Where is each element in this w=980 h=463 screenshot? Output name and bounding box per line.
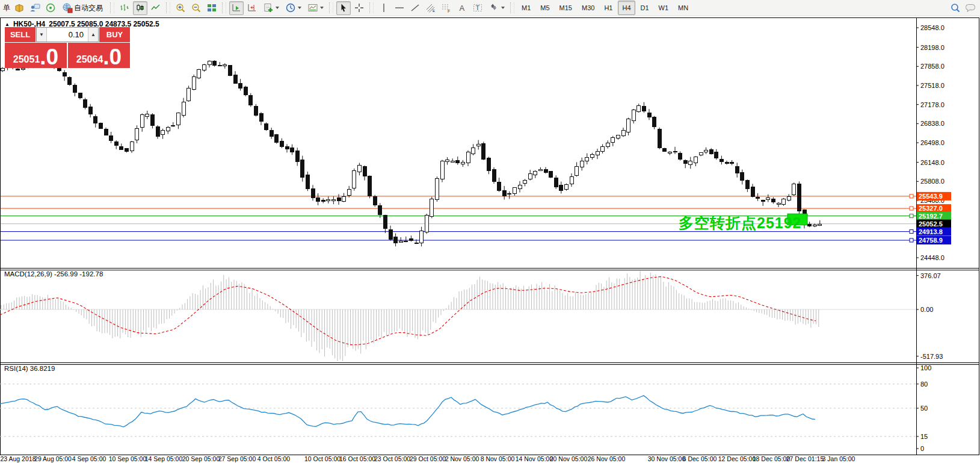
chevron-down-icon[interactable] bbox=[320, 7, 324, 9]
time-axis-label: 4 Oct 05:00 bbox=[257, 455, 290, 462]
candlestick bbox=[1, 69, 4, 70]
price-level-label: 25052.5 bbox=[919, 220, 943, 228]
chat-button[interactable] bbox=[964, 1, 978, 15]
candlestick bbox=[616, 135, 620, 138]
search-button[interactable] bbox=[948, 1, 963, 15]
candlestick bbox=[120, 147, 123, 149]
text-button[interactable]: A bbox=[455, 1, 469, 15]
timeframe-w1[interactable]: W1 bbox=[655, 1, 673, 15]
candlestick bbox=[353, 170, 356, 188]
candlestick bbox=[590, 155, 594, 158]
timeframe-m5[interactable]: M5 bbox=[536, 1, 553, 15]
timeframe-d1[interactable]: D1 bbox=[636, 1, 653, 15]
candlestick bbox=[78, 93, 82, 98]
candlestick bbox=[156, 127, 159, 136]
autotrading-button[interactable]: 自动交易 bbox=[59, 1, 107, 15]
horizontal-line-button[interactable] bbox=[392, 1, 407, 15]
channel-button[interactable]: E bbox=[424, 1, 438, 15]
line-chart-button[interactable] bbox=[149, 1, 163, 15]
chart-shift-button[interactable] bbox=[245, 1, 259, 15]
timeframe-h1[interactable]: H1 bbox=[600, 1, 617, 15]
toolbar-grip bbox=[222, 2, 226, 13]
candlestick bbox=[104, 129, 108, 135]
arrows-button[interactable] bbox=[486, 1, 507, 15]
trendline-button[interactable] bbox=[408, 1, 422, 15]
book-button[interactable] bbox=[12, 1, 26, 15]
candlestick bbox=[792, 184, 796, 194]
new-order-label[interactable]: 单 bbox=[2, 3, 11, 13]
vertical-line-button[interactable] bbox=[377, 1, 391, 15]
candlestick bbox=[585, 157, 589, 161]
zoom-in-button[interactable] bbox=[173, 1, 188, 15]
candlestick bbox=[435, 179, 439, 200]
periods-button[interactable] bbox=[283, 1, 304, 15]
candlestick bbox=[663, 149, 667, 152]
candlestick bbox=[223, 65, 227, 66]
volume-decrease-button[interactable]: ▼ bbox=[37, 28, 47, 42]
time-axis-label: 29 Aug 05:00 bbox=[34, 455, 72, 462]
label-button[interactable]: T bbox=[470, 1, 485, 15]
chevron-down-icon[interactable] bbox=[276, 7, 279, 9]
timeframe-m15[interactable]: M15 bbox=[555, 1, 576, 15]
fibonacci-button[interactable]: F bbox=[439, 1, 454, 15]
buy-price-box[interactable]: 25064 .0 bbox=[68, 43, 130, 68]
auto-scroll-button[interactable] bbox=[229, 1, 244, 15]
main-toolbar: 单 自动交易 bbox=[0, 0, 980, 16]
price-tick-label: 27518.0 bbox=[920, 82, 945, 89]
candlestick bbox=[291, 148, 294, 152]
chart-window: 28548.028198.027858.027518.027178.026838… bbox=[0, 17, 980, 463]
toolbar-grip bbox=[110, 2, 114, 13]
candlestick bbox=[466, 152, 470, 163]
candlestick bbox=[528, 174, 532, 179]
candlestick bbox=[808, 225, 812, 226]
sell-price-box[interactable]: 25051 .0 bbox=[5, 43, 67, 68]
broadcast-button[interactable] bbox=[43, 1, 58, 15]
candlestick bbox=[673, 151, 677, 152]
sell-price-main: 25051 bbox=[13, 55, 40, 64]
crosshair-button[interactable] bbox=[352, 1, 366, 15]
zoom-in-icon bbox=[175, 2, 186, 13]
timeframe-mn[interactable]: MN bbox=[674, 1, 692, 15]
toolbar-grip bbox=[166, 2, 170, 13]
candlestick bbox=[316, 197, 320, 201]
account-button[interactable] bbox=[28, 1, 42, 15]
time-axis-label: 23 Oct 05:00 bbox=[374, 455, 410, 462]
candlestick bbox=[627, 119, 630, 132]
volume-stepper: ▼ 0.10 ▲ bbox=[36, 27, 99, 42]
timeframe-m1[interactable]: M1 bbox=[517, 1, 535, 15]
candlestick bbox=[596, 152, 599, 155]
sell-button[interactable]: SELL bbox=[5, 27, 36, 42]
candlestick bbox=[311, 188, 315, 197]
candlestick bbox=[709, 150, 713, 154]
buy-button[interactable]: BUY bbox=[99, 27, 130, 42]
candlestick bbox=[559, 185, 563, 191]
price-tick-label: 28548.0 bbox=[920, 24, 945, 31]
candlestick bbox=[337, 198, 341, 200]
chevron-down-icon[interactable] bbox=[298, 7, 301, 9]
arrows-icon bbox=[488, 2, 499, 13]
candlestick bbox=[538, 170, 542, 171]
candlestick bbox=[213, 61, 217, 65]
timeframe-h4[interactable]: H4 bbox=[618, 1, 635, 15]
candlestick bbox=[125, 148, 128, 151]
chart-canvas[interactable]: 28548.028198.027858.027518.027178.026838… bbox=[0, 17, 980, 463]
candlestick bbox=[647, 113, 651, 117]
timeframe-m30[interactable]: M30 bbox=[578, 1, 599, 15]
zoom-out-button[interactable] bbox=[189, 1, 203, 15]
candlestick bbox=[461, 162, 464, 164]
new-chart-button[interactable] bbox=[260, 1, 282, 15]
rsi-tick-label: 100 bbox=[920, 364, 931, 371]
volume-increase-button[interactable]: ▲ bbox=[88, 28, 98, 42]
volume-value[interactable]: 0.10 bbox=[47, 28, 88, 42]
pivot-annotation-text[interactable]: 多空转折点25192 bbox=[679, 213, 802, 233]
templates-button[interactable] bbox=[305, 1, 326, 15]
bar-chart-button[interactable] bbox=[117, 1, 132, 15]
buy-price-main: 25064 bbox=[76, 55, 103, 64]
candlestick bbox=[270, 130, 273, 136]
chevron-down-icon[interactable] bbox=[501, 7, 505, 9]
candlestick-chart-button[interactable] bbox=[133, 1, 147, 15]
collapse-panel-arrow[interactable]: ▲ bbox=[5, 22, 10, 27]
cursor-button[interactable] bbox=[336, 1, 351, 15]
candlestick bbox=[513, 188, 516, 194]
tile-windows-button[interactable] bbox=[205, 1, 219, 15]
